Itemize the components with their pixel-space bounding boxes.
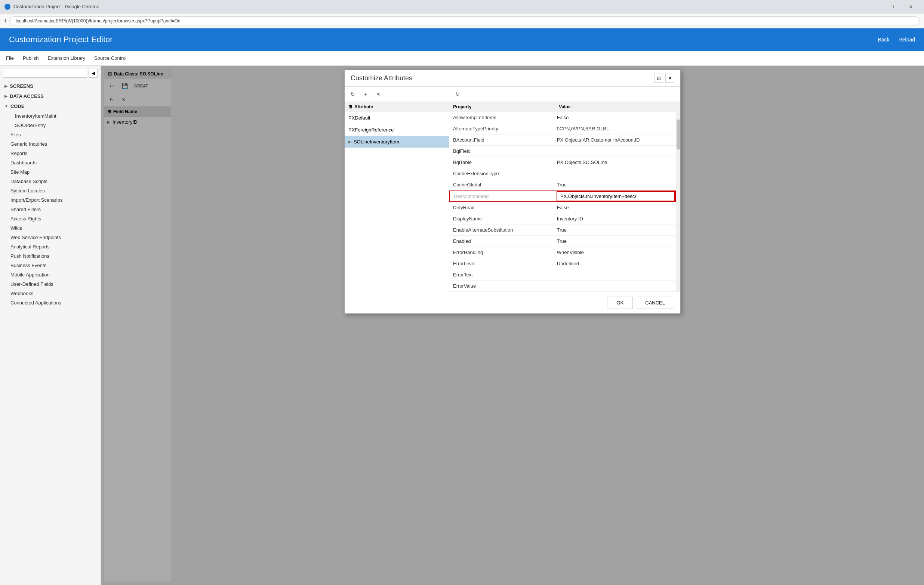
sidebar-item-analytical-reports[interactable]: Analytical Reports [0,242,101,251]
address-url[interactable]: localhost/AcumaticaERP/(W(10000))/frames… [9,16,919,25]
sidebar-collapse-button[interactable]: ◀ [89,69,97,78]
menu-publish[interactable]: Publish [23,54,39,63]
attr-label-pxdefault: PXDefault [348,115,370,121]
sidebar-item-web-service[interactable]: Web Service Endpoints [0,233,101,242]
prop-row-errorhandling: ErrorHandling WhenVisible [449,247,676,258]
ok-button[interactable]: OK [607,297,633,309]
prop-value-errorhandling[interactable]: WhenVisible [553,248,676,257]
attributes-list: PXDefault PXForeignReference ▶ SOLineInv… [345,112,449,292]
chrome-close-button[interactable]: ✕ [903,0,919,13]
prop-value-enabled[interactable]: True [553,236,676,246]
back-button[interactable]: Back [878,36,889,43]
prop-value-errorvalue[interactable] [553,284,676,288]
sidebar-item-mobile-application[interactable]: Mobile Application [0,270,101,279]
prop-value-alternatetypepriority[interactable]: 0CPN,0VPN,BAR,GLBL [553,124,676,133]
attr-delete-button[interactable]: ✕ [373,89,383,99]
attr-toolbar: ↻ + ✕ [345,87,449,102]
sidebar-item-import-export[interactable]: Import/Export Scenarios [0,195,101,205]
app-header-actions: Back Reload [878,36,916,43]
minimize-button[interactable]: ─ [865,0,882,13]
sidebar-item-business-events[interactable]: Business Events [0,261,101,270]
prop-value-bqlfield[interactable] [553,150,676,153]
sidebar-item-dashboards[interactable]: Dashboards [0,158,101,167]
reload-button[interactable]: Reload [899,36,915,43]
code-arrow-icon: ▼ [5,104,8,108]
prop-row-bqltable: BqlTable PX.Objects.SO.SOLine [449,157,676,168]
customize-attributes-dialog: Customize Attributes ⊡ ✕ ↻ + ✕ [344,69,681,314]
prop-value-errorlevel[interactable]: Undefined [553,259,676,268]
sidebar-item-shared-filters[interactable]: Shared Filters [0,205,101,214]
address-bar: ℹ localhost/AcumaticaERP/(W(10000))/fram… [0,13,924,28]
sidebar-item-screens[interactable]: ▶ SCREENS [0,81,101,91]
prop-name-errorvalue: ErrorValue [449,281,553,291]
sidebar-item-connected-applications[interactable]: Connected Applications [0,298,101,307]
prop-name-alternatetypepriority: AlternateTypePriority [449,124,553,133]
sidebar-item-data-access[interactable]: ▶ DATA ACCESS [0,91,101,101]
prop-value-dirtyread[interactable]: False [553,203,676,212]
attr-refresh-button[interactable]: ↻ [348,89,358,99]
attributes-panel: ↻ + ✕ ⊞ Attribute PXDefault [345,87,449,292]
attr-add-button[interactable]: + [360,89,371,99]
props-refresh-button[interactable]: ↻ [452,89,463,99]
menu-file[interactable]: File [6,54,14,63]
screens-label: SCREENS [10,83,33,89]
content-area: ⊞ Data Class: SO.SOLine ↩ 💾 CREAT ↻ ✕ ⊞ … [101,66,924,585]
prop-value-cacheglobal[interactable]: True [553,180,676,190]
prop-row-cacheextensiontype: CacheExtensionType [449,168,676,179]
prop-name-enablealternatesubstitution: EnableAlternateSubstitution [449,225,553,235]
prop-value-cacheextensiontype[interactable] [553,172,676,176]
prop-row-baccountfield: BAccountField PX.Objects.AR.Customer+bAc… [449,135,676,146]
sidebar-section-code: ▼ CODE InventoryItemMaint SOOrderEntry [0,101,101,130]
attr-row-solineinventoryitem[interactable]: ▶ SOLineInventoryItem [345,136,449,148]
cancel-button[interactable]: CANCEL [636,297,674,309]
sidebar-item-files[interactable]: Files [0,130,101,139]
sidebar-item-wikis[interactable]: Wikis [0,223,101,233]
prop-name-enabled: Enabled [449,236,553,246]
prop-value-descriptionfield[interactable] [556,191,675,201]
sidebar-search-bar: ◀ [0,66,101,81]
sidebar-item-push-notifications[interactable]: Push Notifications [0,251,101,261]
prop-row-errortext: ErrorText [449,269,676,280]
sidebar-sub-item-soorderentry[interactable]: SOOrderEntry [0,121,101,130]
prop-name-bqlfield: BqlField [449,147,553,156]
info-icon: ℹ [5,18,7,23]
prop-value-baccountfield[interactable]: PX.Objects.AR.Customer+bAccountID [553,135,676,145]
sidebar-item-webhooks[interactable]: Webhooks [0,289,101,298]
maximize-button[interactable]: □ [884,0,901,13]
sidebar-item-access-rights[interactable]: Access Rights [0,214,101,223]
menu-source-control[interactable]: Source Control [94,54,127,63]
attr-row-pxforeignreference[interactable]: PXForeignReference [345,124,449,136]
sidebar-item-generic-inquiries[interactable]: Generic Inquiries [0,139,101,149]
dialog-overlay: Customize Attributes ⊡ ✕ ↻ + ✕ [101,66,924,585]
description-field-input[interactable] [556,191,675,201]
sidebar-item-code[interactable]: ▼ CODE [0,101,101,111]
grid-icon-attr: ⊞ [348,104,352,109]
sidebar-search-input[interactable] [3,69,87,78]
scrollbar-thumb [676,120,680,150]
data-access-label: DATA ACCESS [10,93,44,99]
dialog-close-button[interactable]: ✕ [665,74,674,82]
prop-value-displayname[interactable]: Inventory ID [553,214,676,223]
properties-panel: ↻ Property Value AllowTemplateItems Fals… [449,87,680,292]
attributes-header-label: Attribute [354,104,373,109]
menu-extension-library[interactable]: Extension Library [48,54,85,63]
sidebar-item-site-map[interactable]: Site Map [0,167,101,177]
prop-row-allowtemplateitems: AllowTemplateItems False [449,112,676,123]
attr-row-pxdefault[interactable]: PXDefault [345,112,449,124]
sidebar-item-reports[interactable]: Reports [0,149,101,158]
chrome-title: Customization Project - Google Chrome [13,4,862,9]
prop-value-allowtemplateitems[interactable]: False [553,113,676,122]
dialog-maximize-button[interactable]: ⊡ [654,74,663,82]
sidebar-sub-item-inventory[interactable]: InventoryItemMaint [0,111,101,121]
chrome-controls: ─ □ ✕ [865,0,919,13]
sidebar-section-screens: ▶ SCREENS [0,81,101,91]
sidebar-item-database-scripts[interactable]: Database Scripts [0,177,101,186]
sidebar-item-system-locales[interactable]: System Locales [0,186,101,195]
props-scrollbar[interactable] [676,112,680,292]
prop-value-bqltable[interactable]: PX.Objects.SO.SOLine [553,158,676,167]
sidebar-item-user-defined-fields[interactable]: User-Defined Fields [0,279,101,289]
property-column-header: Property [449,102,555,112]
prop-name-displayname: DisplayName [449,214,553,223]
prop-value-enablealternatesubstitution[interactable]: True [553,225,676,235]
prop-value-errortext[interactable] [553,273,676,277]
